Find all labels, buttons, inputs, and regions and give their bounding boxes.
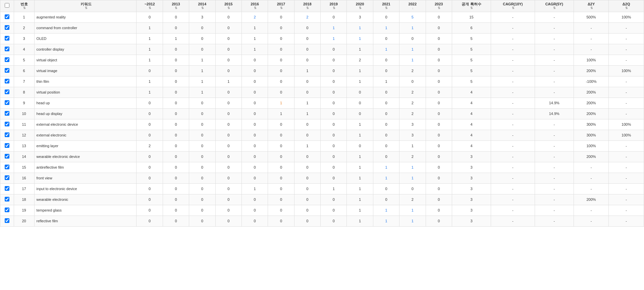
row-checkbox[interactable] bbox=[5, 175, 9, 180]
row-num: 6 bbox=[14, 65, 34, 76]
row-checkbox[interactable] bbox=[5, 122, 9, 126]
row-y2023: 0 bbox=[426, 216, 452, 226]
row-checkbox-cell[interactable] bbox=[0, 65, 14, 76]
row-checkbox[interactable] bbox=[5, 100, 9, 105]
row-keyword: virtual image bbox=[34, 65, 137, 76]
row-d2y: -100% bbox=[574, 76, 609, 87]
header-d2q[interactable]: Δ2Q ⇅ bbox=[609, 0, 644, 12]
row-checkbox[interactable] bbox=[5, 57, 9, 62]
row-num: 5 bbox=[14, 55, 34, 65]
row-checkbox[interactable] bbox=[5, 111, 9, 116]
row-checkbox[interactable] bbox=[5, 197, 9, 201]
row-checkbox-cell[interactable] bbox=[0, 130, 14, 140]
header-d2y[interactable]: Δ2Y ⇅ bbox=[574, 0, 609, 12]
header-checkbox-cell[interactable] bbox=[0, 0, 14, 12]
row-checkbox-cell[interactable] bbox=[0, 173, 14, 183]
header-y2022[interactable]: 2022 ↓ bbox=[399, 0, 426, 12]
row-y2014: 0 bbox=[189, 98, 215, 108]
row-y2016: 0 bbox=[241, 216, 268, 226]
row-y2013: 0 bbox=[163, 55, 189, 65]
row-checkbox-cell[interactable] bbox=[0, 22, 14, 33]
row-y2015: 0 bbox=[215, 194, 241, 205]
row-y2014: 0 bbox=[189, 205, 215, 216]
row-num: 1 bbox=[14, 12, 34, 22]
row-checkbox-cell[interactable] bbox=[0, 76, 14, 87]
row-y2021: 1 bbox=[373, 205, 399, 216]
row-checkbox[interactable] bbox=[5, 132, 9, 137]
row-checkbox-cell[interactable] bbox=[0, 44, 14, 55]
row-public: 4 bbox=[452, 108, 491, 119]
row-y2014: 0 bbox=[189, 44, 215, 55]
row-checkbox-cell[interactable] bbox=[0, 205, 14, 216]
sort-icon-y2016: ⇅ bbox=[254, 6, 257, 10]
row-y2013: 0 bbox=[163, 65, 189, 76]
row-y2021: 0 bbox=[373, 194, 399, 205]
row-checkbox-cell[interactable] bbox=[0, 55, 14, 65]
row-y2014: 0 bbox=[189, 194, 215, 205]
row-y2016: 1 bbox=[241, 22, 268, 33]
row-y2015: 0 bbox=[215, 130, 241, 140]
row-y2023: 0 bbox=[426, 130, 452, 140]
header-y2014[interactable]: 2014 ⇅ bbox=[189, 0, 215, 12]
sort-icon-y2015: ⇅ bbox=[227, 6, 230, 10]
row-checkbox-cell[interactable] bbox=[0, 87, 14, 98]
row-checkbox-cell[interactable] bbox=[0, 194, 14, 205]
row-d2q: 100% bbox=[609, 119, 644, 130]
row-public: 4 bbox=[452, 140, 491, 151]
row-d2y: 200% bbox=[574, 65, 609, 76]
row-checkbox[interactable] bbox=[5, 208, 9, 212]
row-y2016: 0 bbox=[241, 55, 268, 65]
row-checkbox[interactable] bbox=[5, 25, 9, 30]
row-checkbox-cell[interactable] bbox=[0, 98, 14, 108]
header-y2018[interactable]: 2018 ⇅ bbox=[294, 0, 320, 12]
header-keyword[interactable]: 키워드 ⇅ bbox=[34, 0, 137, 12]
row-y2015: 0 bbox=[215, 12, 241, 22]
row-num: 4 bbox=[14, 44, 34, 55]
header-num[interactable]: 번호 ⇅ bbox=[14, 0, 34, 12]
table-row: 18wearable electronic0000000010203--200%… bbox=[0, 194, 644, 205]
header-y2013[interactable]: 2013 ⇅ bbox=[163, 0, 189, 12]
row-cagr5: - bbox=[535, 44, 574, 55]
table-row: 15antireflective film0000000011103---- bbox=[0, 162, 644, 173]
select-all-checkbox[interactable] bbox=[5, 3, 9, 8]
header-cagr10[interactable]: CAGR(10Y) ⇅ bbox=[491, 0, 535, 12]
header-y2019[interactable]: 2019 ⇅ bbox=[321, 0, 347, 12]
header-y2023[interactable]: 2023 ⇅ bbox=[426, 0, 452, 12]
header-y2017[interactable]: 2017 ⇅ bbox=[268, 0, 294, 12]
row-checkbox[interactable] bbox=[5, 36, 9, 41]
row-checkbox-cell[interactable] bbox=[0, 108, 14, 119]
header-y2021[interactable]: 2021 ⇅ bbox=[373, 0, 399, 12]
row-checkbox-cell[interactable] bbox=[0, 119, 14, 130]
row-y2012: 2 bbox=[137, 140, 163, 151]
row-y2016: 0 bbox=[241, 76, 268, 87]
row-checkbox-cell[interactable] bbox=[0, 183, 14, 194]
header-y2012[interactable]: ~2012 ⇅ bbox=[137, 0, 163, 12]
row-cagr5: 14.9% bbox=[535, 108, 574, 119]
row-checkbox-cell[interactable] bbox=[0, 151, 14, 162]
row-checkbox-cell[interactable] bbox=[0, 12, 14, 22]
row-checkbox[interactable] bbox=[5, 47, 9, 51]
row-checkbox[interactable] bbox=[5, 68, 9, 73]
row-keyword: augmented reality bbox=[34, 12, 137, 22]
row-checkbox[interactable] bbox=[5, 143, 9, 148]
row-checkbox-cell[interactable] bbox=[0, 162, 14, 173]
row-checkbox[interactable] bbox=[5, 186, 9, 191]
header-public[interactable]: 공개 특허수 ⇅ bbox=[452, 0, 491, 12]
row-checkbox-cell[interactable] bbox=[0, 216, 14, 226]
row-d2q: - bbox=[609, 87, 644, 98]
header-y2016[interactable]: 2016 ⇅ bbox=[241, 0, 268, 12]
row-checkbox-cell[interactable] bbox=[0, 33, 14, 44]
header-y2020[interactable]: 2020 ⇅ bbox=[347, 0, 373, 12]
sort-icon-y2021: ⇅ bbox=[385, 6, 388, 10]
row-checkbox-cell[interactable] bbox=[0, 140, 14, 151]
row-checkbox[interactable] bbox=[5, 90, 9, 94]
row-checkbox[interactable] bbox=[5, 79, 9, 83]
header-cagr5[interactable]: CAGR(5Y) ⇅ bbox=[535, 0, 574, 12]
row-checkbox[interactable] bbox=[5, 154, 9, 159]
header-y2015[interactable]: 2015 ⇅ bbox=[215, 0, 241, 12]
row-checkbox[interactable] bbox=[5, 165, 9, 169]
row-checkbox[interactable] bbox=[5, 218, 9, 223]
row-checkbox[interactable] bbox=[5, 14, 9, 19]
row-y2013: 0 bbox=[163, 162, 189, 173]
row-y2022: 0 bbox=[399, 183, 426, 194]
